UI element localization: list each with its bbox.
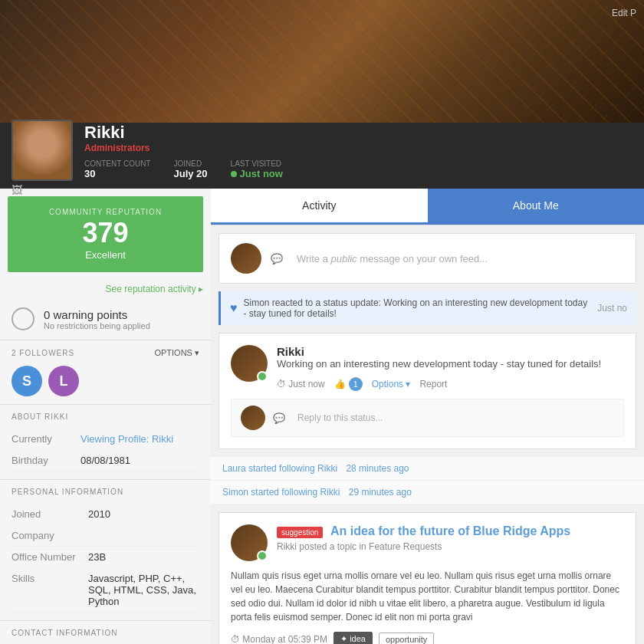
personal-val-office: 23B — [88, 551, 106, 563]
reputation-desc: Excellent — [19, 249, 192, 261]
notification-text: Simon reacted to a status update: Workin… — [244, 297, 592, 319]
topic-avatar — [231, 524, 268, 561]
last-visited-label: LAST VISITED — [231, 159, 283, 168]
tab-activity[interactable]: Activity — [211, 189, 428, 225]
followers-label: 2 FOLLOWERS — [12, 349, 74, 357]
profile-info: Rikki Administrators CONTENT COUNT 30 JO… — [84, 123, 632, 181]
follow-notif-1-time: 28 minutes ago — [346, 463, 409, 474]
last-visited-meta: LAST VISITED Just now — [231, 159, 283, 179]
follow-notif-2-text: Simon started following Rikki — [222, 487, 343, 498]
reply-bubble-icon: 💬 — [273, 412, 285, 424]
reputation-label: COMMUNITY REPUTATION — [19, 208, 192, 216]
topic-footer: ⏱ Monday at 05:39 PM ✦ idea opportunity — [231, 632, 624, 644]
profile-bar: 🖼 Rikki Administrators CONTENT COUNT 30 … — [0, 123, 644, 189]
edit-profile-button[interactable]: Edit P — [612, 8, 636, 18]
post-options-button[interactable]: Options ▾ — [372, 379, 411, 389]
follow-notif-1-laura[interactable]: Laura — [222, 463, 246, 474]
about-row-birthday: Birthday 08/08/1981 — [12, 450, 199, 472]
post-avatar-badge — [257, 371, 268, 382]
followers-header: 2 FOLLOWERS OPTIONS ▾ — [12, 348, 199, 358]
contact-label: CONTACT INFORMATION — [12, 629, 199, 637]
reply-box: 💬 Reply to this status... — [231, 399, 624, 437]
followers-section: 2 FOLLOWERS OPTIONS ▾ S L — [0, 340, 211, 404]
topic-title[interactable]: An idea for the future of Blue Ridge App… — [330, 524, 570, 537]
warning-text: 0 warning points No restrictions being a… — [44, 308, 150, 330]
follow-notif-2: Simon started following Rikki 29 minutes… — [211, 481, 644, 504]
write-message-input[interactable]: Write a public message on your own feed.… — [297, 253, 624, 264]
post-like-button[interactable]: 👍 1 — [334, 377, 363, 391]
topic-body: Nullam quis risus eget urna mollis ornar… — [231, 569, 624, 624]
post-footer: ⏱ Just now 👍 1 Options ▾ Report — [277, 377, 601, 391]
personal-key-company: Company — [12, 530, 88, 541]
warning-circle — [12, 307, 34, 330]
personal-row-office: Office Number 23B — [12, 547, 199, 568]
write-message-avatar — [231, 243, 261, 274]
content-area: Activity About Me 💬 Write a public messa… — [211, 189, 644, 644]
personal-val-joined: 2010 — [88, 508, 110, 520]
post-like-count: 1 — [349, 377, 363, 391]
content-count-value: 30 — [84, 168, 95, 179]
reputation-activity-link[interactable]: See reputation activity ▸ — [0, 280, 211, 298]
personal-key-office: Office Number — [12, 551, 88, 563]
about-val-birthday: 08/08/1981 — [80, 455, 130, 466]
sidebar: COMMUNITY REPUTATION 379 Excellent See r… — [0, 189, 211, 644]
reply-input[interactable]: Reply to this status... — [297, 412, 383, 423]
topic-header: suggestion An idea for the future of Blu… — [231, 524, 624, 561]
main-layout: COMMUNITY REPUTATION 379 Excellent See r… — [0, 189, 644, 644]
reply-avatar — [241, 406, 265, 430]
topic-tag-idea[interactable]: ✦ idea — [334, 632, 373, 644]
about-section: ABOUT RIKKI Currently Viewing Profile: R… — [0, 404, 211, 479]
reputation-score: 379 — [19, 216, 192, 249]
content-count-label: CONTENT COUNT — [84, 159, 150, 168]
heart-icon: ♥ — [230, 301, 238, 315]
post-body: Working on an interesting new developmen… — [277, 358, 601, 370]
about-key-birthday: Birthday — [12, 455, 80, 466]
profile-meta: CONTENT COUNT 30 JOINED July 20 LAST VIS… — [84, 159, 632, 179]
topic-card: suggestion An idea for the future of Blu… — [219, 512, 636, 644]
personal-key-joined: Joined — [12, 508, 88, 520]
personal-row-skills: Skills Javascript, PHP, C++, SQL, HTML, … — [12, 568, 199, 613]
personal-section: PERSONAL INFORMATION Joined 2010 Company… — [0, 479, 211, 620]
follow-notif-2-simon[interactable]: Simon — [222, 487, 248, 498]
joined-value: July 20 — [173, 168, 207, 179]
followers-options-button[interactable]: OPTIONS ▾ — [154, 348, 199, 358]
topic-tag-opportunity[interactable]: opportunity — [379, 632, 434, 645]
notification-time: Just no — [597, 303, 627, 314]
profile-role: Administrators — [84, 143, 632, 153]
follow-notif-1-rikki[interactable]: Rikki — [317, 463, 337, 474]
personal-row-joined: Joined 2010 — [12, 504, 199, 525]
reputation-box: COMMUNITY REPUTATION 379 Excellent — [8, 196, 203, 272]
follower-avatars: S L — [12, 366, 199, 396]
post-avatar — [231, 345, 268, 382]
follow-notif-1: Laura started following Rikki 28 minutes… — [211, 457, 644, 481]
follow-notif-2-rikki[interactable]: Rikki — [320, 487, 340, 498]
post-card: Rikki Working on an interesting new deve… — [219, 333, 636, 449]
about-row-currently: Currently Viewing Profile: Rikki — [12, 429, 199, 450]
personal-row-company: Company — [12, 525, 199, 547]
write-message-box: 💬 Write a public message on your own fee… — [219, 233, 636, 284]
post-report-button[interactable]: Report — [419, 379, 447, 389]
topic-title-line: suggestion An idea for the future of Blu… — [277, 524, 624, 538]
topic-subtitle: Rikki posted a topic in Feature Requests — [277, 541, 624, 552]
tabs: Activity About Me — [211, 189, 644, 225]
online-dot — [231, 171, 237, 177]
about-val-currently[interactable]: Viewing Profile: Rikki — [80, 433, 173, 445]
post-time: ⏱ Just now — [277, 379, 325, 389]
topic-time: ⏱ Monday at 05:39 PM — [231, 634, 327, 645]
post-info: Rikki Working on an interesting new deve… — [277, 345, 601, 391]
warning-section: 0 warning points No restrictions being a… — [0, 298, 211, 340]
photo-icon[interactable]: 🖼 — [12, 184, 22, 196]
follower-avatar-s[interactable]: S — [12, 366, 42, 396]
about-key-currently: Currently — [12, 433, 80, 445]
personal-val-skills: Javascript, PHP, C++, SQL, HTML, CSS, Ja… — [88, 573, 199, 607]
personal-label: PERSONAL INFORMATION — [12, 488, 199, 496]
post-author[interactable]: Rikki — [277, 345, 601, 358]
post-header: Rikki Working on an interesting new deve… — [231, 345, 624, 391]
profile-name: Rikki — [84, 123, 632, 143]
tab-about-me[interactable]: About Me — [428, 189, 645, 225]
banner-overlay — [0, 0, 644, 123]
follower-avatar-l[interactable]: L — [48, 366, 79, 396]
topic-meta: suggestion An idea for the future of Blu… — [277, 524, 624, 552]
follow-notif-1-text: Laura started following Rikki — [222, 463, 340, 474]
notification-bar: ♥ Simon reacted to a status update: Work… — [219, 291, 636, 325]
